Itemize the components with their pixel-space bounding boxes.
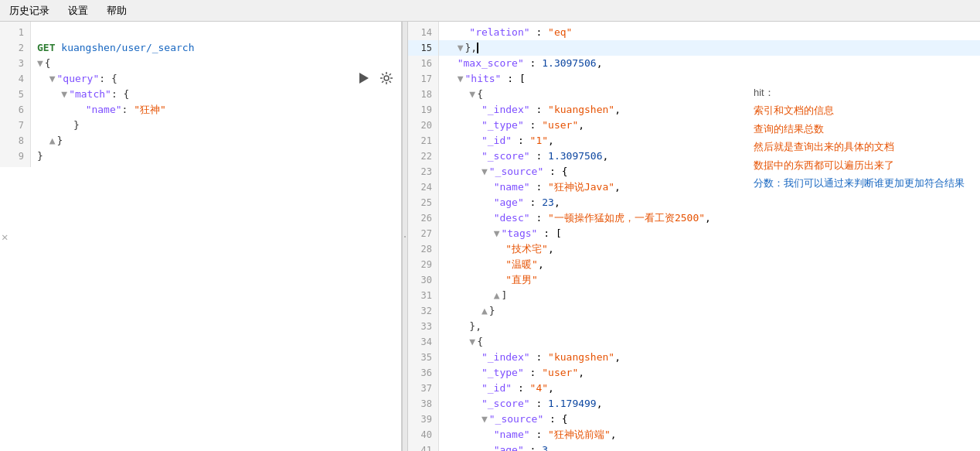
fold-arrow-8[interactable]: ▲ bbox=[49, 133, 56, 149]
editor-line-8: ▲ } bbox=[31, 133, 401, 149]
key-id-2: "_id" bbox=[481, 381, 512, 396]
val-type-2: "user" bbox=[542, 365, 578, 381]
annotation-line-4: 数据中的东西都可以遍历出来了 bbox=[754, 156, 965, 174]
response-line-35: "_index" : "kuangshen" , bbox=[439, 350, 980, 365]
fold-arrow-3[interactable]: ▼ bbox=[37, 56, 43, 71]
settings-icon[interactable] bbox=[378, 70, 395, 87]
rln-35: 35 bbox=[408, 350, 438, 365]
rln-33: 33 bbox=[408, 319, 438, 334]
response-line-26: "desc" : "一顿操作猛如虎，一看工资2500" , bbox=[439, 210, 980, 226]
editor-toolbar bbox=[355, 70, 395, 87]
fold-arrow-34[interactable]: ▼ bbox=[469, 334, 475, 350]
val-relation: "eq" bbox=[548, 25, 572, 40]
bracket-32: } bbox=[489, 303, 495, 319]
annotation-title: hit： bbox=[754, 84, 965, 101]
rln-23: 23 bbox=[408, 164, 438, 179]
bracket-34: { bbox=[477, 334, 483, 350]
editor-line-7: } bbox=[31, 118, 401, 133]
response-line-31: ▲ ] bbox=[439, 288, 980, 303]
svg-point-1 bbox=[384, 76, 389, 80]
fold-arrow-18[interactable]: ▼ bbox=[469, 87, 475, 102]
response-line-37: "_id" : "4" , bbox=[439, 381, 980, 396]
svg-marker-0 bbox=[359, 73, 369, 84]
key-source-1: "_source" bbox=[489, 164, 543, 179]
val-name-2: "狂神说前端" bbox=[548, 427, 611, 442]
annotation-panel: hit： 索引和文档的信息 查询的结果总数 然后就是查询出来的具体的文档 数据中… bbox=[754, 84, 965, 192]
val-index-2: "kuangshen" bbox=[548, 350, 614, 365]
editor-code-area: 1 2 3 4 5 6 7 8 9 GET kuangshen/user/_se… bbox=[0, 22, 401, 167]
menubar: 历史记录 设置 帮助 bbox=[0, 0, 980, 22]
fold-arrow-15[interactable]: ▼ bbox=[458, 40, 464, 56]
fold-arrow-4[interactable]: ▼ bbox=[49, 71, 56, 87]
colon-5: : { bbox=[111, 87, 129, 102]
val-id-1: "1" bbox=[530, 133, 548, 149]
editor-line-2[interactable]: GET kuangshen/user/_search bbox=[31, 40, 401, 56]
bracket-close-7: } bbox=[73, 118, 80, 133]
main-container: 1 2 3 4 5 6 7 8 9 GET kuangshen/user/_se… bbox=[0, 22, 980, 451]
rln-32: 32 bbox=[408, 303, 438, 319]
val-score-2: 1.179499 bbox=[548, 396, 597, 412]
bracket-31: ] bbox=[501, 288, 507, 303]
run-button[interactable] bbox=[355, 70, 372, 87]
rln-27: 27 bbox=[408, 226, 438, 241]
fold-arrow-27[interactable]: ▼ bbox=[494, 226, 500, 241]
key-desc-1: "desc" bbox=[494, 210, 530, 226]
annotation-title-text: hit： bbox=[754, 87, 774, 98]
editor-line-1 bbox=[31, 25, 401, 40]
close-panel-button[interactable]: ✕ bbox=[2, 231, 8, 243]
bracket-18: { bbox=[477, 87, 483, 102]
menu-settings[interactable]: 设置 bbox=[65, 2, 91, 19]
response-line-25: "age" : 23 , bbox=[439, 195, 980, 210]
panel-divider[interactable]: ⋮ bbox=[402, 22, 408, 451]
fold-arrow-31[interactable]: ▲ bbox=[494, 288, 500, 303]
rln-24: 24 bbox=[408, 179, 438, 195]
rln-30: 30 bbox=[408, 272, 438, 288]
response-line-32: ▲ } bbox=[439, 303, 980, 319]
key-score-1: "_score" bbox=[481, 149, 530, 164]
rln-28: 28 bbox=[408, 241, 438, 257]
key-id-1: "_id" bbox=[481, 133, 512, 149]
response-line-38: "_score" : 1.179499 , bbox=[439, 396, 980, 412]
bracket-15: }, bbox=[464, 40, 477, 56]
text-cursor bbox=[477, 43, 478, 53]
fold-arrow-5[interactable]: ▼ bbox=[61, 87, 67, 102]
rln-18: 18 bbox=[408, 87, 438, 102]
editor-line-9: } bbox=[31, 149, 401, 164]
key-index-2: "_index" bbox=[481, 350, 530, 365]
key-index-1: "_index" bbox=[481, 102, 530, 118]
key-name-1: "name" bbox=[494, 179, 530, 195]
val-age-1: 23 bbox=[542, 195, 554, 210]
rln-37: 37 bbox=[408, 381, 438, 396]
line-numbers: 1 2 3 4 5 6 7 8 9 bbox=[0, 22, 31, 167]
fold-arrow-17[interactable]: ▼ bbox=[458, 71, 464, 87]
rln-26: 26 bbox=[408, 210, 438, 226]
key-score-2: "_score" bbox=[481, 396, 530, 412]
response-line-40: "name" : "狂神说前端" , bbox=[439, 427, 980, 442]
menu-help[interactable]: 帮助 bbox=[104, 2, 130, 19]
colon-6: : bbox=[122, 102, 134, 118]
val-tag-1: "技术宅" bbox=[505, 241, 548, 257]
ln-2: 2 bbox=[0, 40, 30, 56]
bracket-close-9: } bbox=[37, 149, 43, 164]
rln-25: 25 bbox=[408, 195, 438, 210]
key-query: "query" bbox=[56, 71, 99, 87]
val-tag-3: "直男" bbox=[505, 272, 538, 288]
val-desc-1: "一顿操作猛如虎，一看工资2500" bbox=[548, 210, 705, 226]
rln-20: 20 bbox=[408, 118, 438, 133]
response-line-29: "温暖" , bbox=[439, 257, 980, 272]
annotation-line-1: 索引和文档的信息 bbox=[754, 101, 965, 119]
key-source-2: "_source" bbox=[489, 412, 543, 427]
fold-arrow-32[interactable]: ▲ bbox=[481, 303, 488, 319]
request-path: kuangshen/user/_search bbox=[61, 40, 194, 56]
response-line-15: ▼ }, bbox=[439, 40, 980, 56]
val-type-1: "user" bbox=[542, 118, 578, 133]
val-tag-2: "温暖" bbox=[505, 257, 538, 272]
rln-17: 17 bbox=[408, 71, 438, 87]
fold-arrow-23[interactable]: ▼ bbox=[481, 164, 488, 179]
fold-arrow-39[interactable]: ▼ bbox=[481, 412, 488, 427]
response-line-34: ▼ { bbox=[439, 334, 980, 350]
menu-history[interactable]: 历史记录 bbox=[6, 2, 53, 19]
val-id-2: "4" bbox=[530, 381, 548, 396]
ln-8: 8 bbox=[0, 133, 30, 149]
rln-40: 40 bbox=[408, 427, 438, 442]
